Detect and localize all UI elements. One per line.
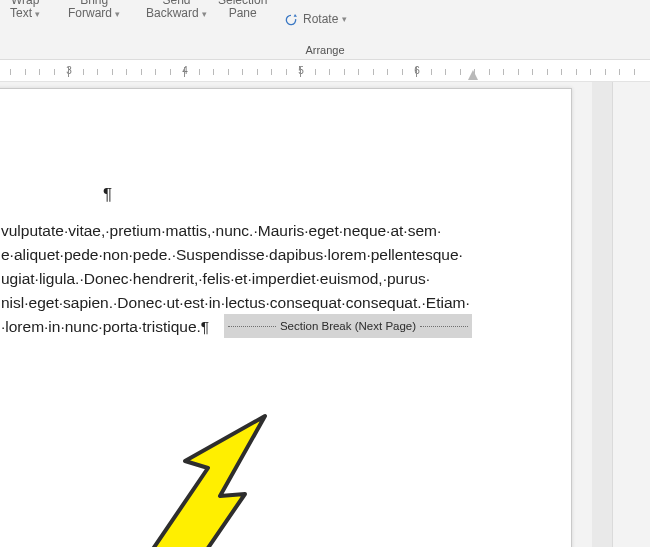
- document-page[interactable]: ¶ vulputate·vitae,·pretium·mattis,·nunc.…: [0, 88, 572, 547]
- canvas-gutter: [592, 82, 650, 547]
- ruler-tick-label: 6: [412, 65, 422, 76]
- send-backward-button[interactable]: Send Backward ▾: [146, 0, 207, 20]
- ruler-tick-label: 5: [296, 65, 306, 76]
- chevron-down-icon: ▾: [115, 9, 120, 19]
- horizontal-ruler[interactable]: 3 4 5 6: [0, 60, 650, 82]
- ribbon-group-label: Arrange: [0, 44, 650, 56]
- ribbon: Wrap Text ▾ Bring Forward ▾ Send Backwar…: [0, 0, 650, 60]
- label-line2: Pane: [229, 6, 257, 20]
- section-break-indicator[interactable]: Section Break (Next Page): [224, 314, 472, 338]
- rotate-icon: [283, 12, 299, 28]
- ruler-tick-label: 4: [180, 65, 190, 76]
- paragraph-mark: ¶: [103, 185, 112, 205]
- chevron-down-icon: ▾: [202, 9, 207, 19]
- label-line2: Text: [10, 6, 32, 20]
- selection-pane-button[interactable]: Selection Pane: [218, 0, 267, 20]
- label-line2: Forward: [68, 6, 112, 20]
- chevron-down-icon: ▾: [342, 15, 347, 25]
- ruler-tick-label: 3: [64, 65, 74, 76]
- ruler-right-margin-marker[interactable]: [468, 70, 478, 80]
- wrap-text-button[interactable]: Wrap Text ▾: [10, 0, 40, 20]
- rotate-label: Rotate: [303, 13, 338, 26]
- section-break-label: Section Break (Next Page): [280, 320, 416, 332]
- document-canvas: ¶ vulputate·vitae,·pretium·mattis,·nunc.…: [0, 82, 650, 547]
- bring-forward-button[interactable]: Bring Forward ▾: [68, 0, 120, 20]
- chevron-down-icon: ▾: [35, 9, 40, 19]
- rotate-button[interactable]: Rotate ▾: [283, 12, 347, 28]
- label-line2: Backward: [146, 6, 199, 20]
